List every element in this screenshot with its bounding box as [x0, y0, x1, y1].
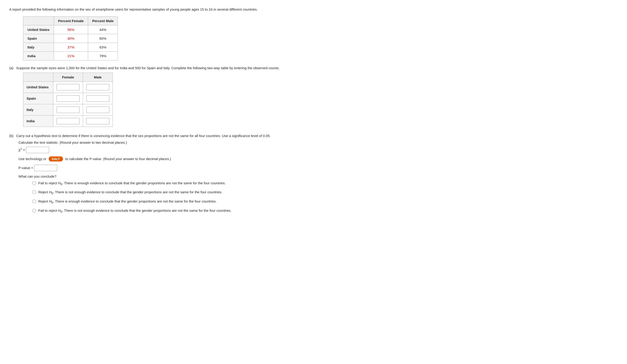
table-row: India21%79% — [23, 52, 118, 60]
pvalue-input-row: P-value = — [18, 165, 314, 171]
data-table-header-female: Percent Female — [54, 16, 88, 25]
chi-sq-row: χ2 = — [18, 147, 314, 153]
table-row: Italy37%63% — [23, 43, 118, 52]
pvalue-equals-label: P-value = — [18, 166, 33, 170]
part-b-content: Calculate the test statistic. (Round you… — [18, 141, 314, 214]
input-cell-female — [53, 104, 83, 115]
salt-button[interactable]: SALT — [49, 156, 63, 161]
radio-label-2: Reject H0. There is not enough evidence … — [38, 190, 222, 196]
input-header-male: Male — [83, 73, 113, 81]
radio-option-4: Fail to reject H0. There is not enough e… — [32, 208, 314, 214]
input-cell-country: Spain — [23, 93, 53, 104]
input-female-unitedstates[interactable] — [56, 84, 80, 90]
radio-label-4: Fail to reject H0. There is not enough e… — [38, 208, 231, 214]
input-header-female: Female — [53, 73, 83, 81]
input-cell-male — [83, 104, 113, 115]
intro-text: A report provided the following informat… — [9, 7, 314, 12]
part-a-label: (a) — [9, 66, 16, 70]
input-cell-country: Italy — [23, 104, 53, 115]
radio-opt3[interactable] — [32, 200, 36, 203]
table-cell-country: India — [23, 52, 54, 60]
pvalue-text-row: Use technology or SALT to calculate the … — [18, 156, 314, 161]
radio-label-1: Fail to reject H0. There is enough evide… — [38, 181, 226, 187]
table-cell-male: 63% — [88, 43, 118, 52]
calc-label: Calculate the test statistic. (Round you… — [18, 141, 314, 144]
pvalue-pre-text: Use technology or — [18, 157, 46, 161]
radio-opt4[interactable] — [32, 209, 36, 212]
table-cell-male: 79% — [88, 52, 118, 60]
part-b-section: (b) Carry out a hypothesis test to deter… — [9, 134, 314, 138]
input-female-spain[interactable] — [56, 95, 80, 102]
radio-group: Fail to reject H0. There is enough evide… — [32, 181, 314, 214]
input-male-unitedstates[interactable] — [86, 84, 109, 90]
table-cell-country: Spain — [23, 34, 54, 43]
input-table-row: Italy — [23, 104, 113, 115]
pvalue-input[interactable] — [34, 165, 57, 171]
table-cell-male: 60% — [88, 34, 118, 43]
input-cell-female — [53, 115, 83, 127]
part-b-text: Carry out a hypothesis test to determine… — [16, 134, 271, 138]
input-table-row: United States — [23, 81, 113, 93]
radio-option-2: Reject H0. There is not enough evidence … — [32, 190, 314, 196]
table-cell-male: 44% — [88, 25, 118, 34]
data-table-header-male: Percent Male — [88, 16, 118, 25]
input-cell-male — [83, 81, 113, 93]
table-cell-female: 40% — [54, 34, 88, 43]
input-male-spain[interactable] — [86, 95, 109, 102]
radio-opt2[interactable] — [32, 190, 36, 194]
radio-opt1[interactable] — [32, 181, 36, 185]
input-table-row: India — [23, 115, 113, 127]
table-cell-female: 56% — [54, 25, 88, 34]
table-cell-country: United States — [23, 25, 54, 34]
part-a-section: (a) Suppose the sample sizes were 1,000 … — [9, 66, 314, 70]
input-cell-country: India — [23, 115, 53, 127]
input-female-india[interactable] — [56, 118, 80, 124]
radio-option-3: Reject H0. There is enough evidence to c… — [32, 199, 314, 205]
input-cell-male — [83, 93, 113, 104]
table-cell-country: Italy — [23, 43, 54, 52]
radio-label-3: Reject H0. There is enough evidence to c… — [38, 199, 217, 205]
radio-option-1: Fail to reject H0. There is enough evide… — [32, 181, 314, 187]
input-cell-country: United States — [23, 81, 53, 93]
table-cell-female: 21% — [54, 52, 88, 60]
chi-sq-symbol: χ2 = — [18, 147, 25, 152]
input-cell-male — [83, 115, 113, 127]
input-male-india[interactable] — [86, 118, 109, 124]
part-a-text: Suppose the sample sizes were 1,000 for … — [16, 66, 280, 70]
table-cell-female: 37% — [54, 43, 88, 52]
data-table-header-country — [23, 16, 54, 25]
chi-sq-input[interactable] — [26, 147, 49, 153]
input-cell-female — [53, 93, 83, 104]
input-table: Female Male United StatesSpainItalyIndia — [23, 73, 113, 127]
input-male-italy[interactable] — [86, 106, 109, 113]
input-table-row: Spain — [23, 93, 113, 104]
table-row: United States56%44% — [23, 25, 118, 34]
input-female-italy[interactable] — [56, 106, 80, 113]
input-header-country — [23, 73, 53, 81]
conclude-label: What can you conclude? — [18, 174, 314, 178]
data-table: Percent Female Percent Male United State… — [23, 16, 118, 60]
input-cell-female — [53, 81, 83, 93]
pvalue-post-text: to calculate the P-value. (Round your an… — [65, 157, 171, 161]
table-row: Spain40%60% — [23, 34, 118, 43]
part-b-label: (b) — [9, 134, 16, 138]
